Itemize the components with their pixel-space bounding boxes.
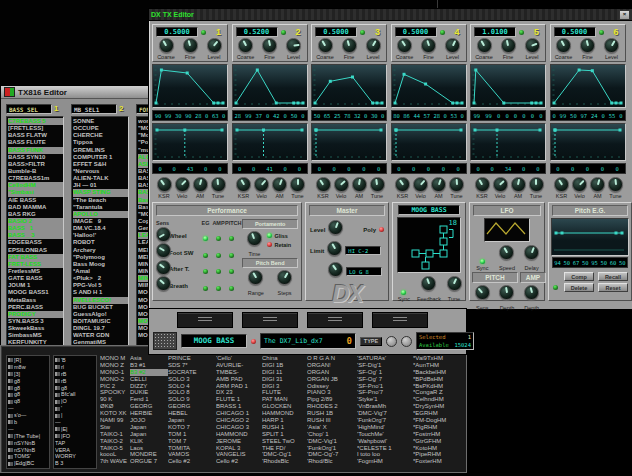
tune-knob[interactable] bbox=[211, 177, 226, 192]
bank-list-item[interactable]: TAP bbox=[55, 440, 95, 447]
coarse-knob[interactable] bbox=[238, 38, 253, 53]
patch-grid-item[interactable]: *GtrGFHM bbox=[413, 438, 471, 445]
patch-grid-item[interactable]: PAT MAN bbox=[262, 396, 307, 403]
title-bar[interactable]: DX TX Editor × bbox=[149, 9, 632, 21]
patch-grid-item[interactable]: ORGUE 7 bbox=[130, 458, 168, 465]
patch-list-item[interactable]: MOOG BASS1 bbox=[8, 289, 63, 296]
delete-button[interactable]: Delete bbox=[564, 283, 594, 292]
reset-button[interactable]: Reset bbox=[598, 283, 628, 292]
patch-list-item[interactable]: IMAGE 9 bbox=[73, 218, 128, 225]
patch-list-item[interactable]: BOITAMUSIC bbox=[73, 318, 128, 325]
patch-grid-item[interactable]: HAMMOND bbox=[262, 410, 307, 417]
level-knob[interactable] bbox=[525, 38, 540, 53]
patch-grid-item[interactable]: CHICAGO 3 bbox=[216, 424, 262, 431]
patch-grid-item[interactable]: RUSH III bbox=[307, 417, 357, 424]
patch-grid-item[interactable]: *CongaR Z bbox=[413, 389, 471, 396]
patch-grid-item[interactable]: DX 23 bbox=[216, 389, 262, 396]
eg-graph[interactable] bbox=[470, 64, 546, 108]
patch-grid-item[interactable]: 'Rhod/Blc bbox=[307, 458, 357, 465]
ksr-knob[interactable] bbox=[316, 177, 331, 192]
level-knob[interactable] bbox=[286, 38, 301, 53]
patch-list-item[interactable]: OCCUPE bbox=[73, 125, 128, 132]
patch-list-item[interactable]: FretlessMS bbox=[8, 268, 63, 275]
bank-list-item[interactable]: ' bbox=[55, 405, 95, 412]
patch-grid-item[interactable]: PRINCE bbox=[168, 355, 216, 362]
bank-list-item[interactable]: |FO bbox=[55, 433, 95, 440]
bank-list-item[interactable]: [3] bbox=[8, 371, 48, 378]
patch-grid-item[interactable]: *CELESTE 1 bbox=[357, 445, 413, 452]
delay-knob[interactable] bbox=[524, 245, 539, 260]
patch-grid-item[interactable]: MONO M bbox=[100, 355, 130, 362]
patch-grid-item[interactable]: RUSH 1B bbox=[307, 410, 357, 417]
bank-list-item[interactable]: rB bbox=[55, 371, 95, 378]
patch-grid-item[interactable]: DIZZY bbox=[130, 383, 168, 390]
patch-grid-item[interactable]: VAMOS bbox=[168, 451, 216, 458]
fine-knob[interactable] bbox=[183, 38, 198, 53]
bank-list-item[interactable]: — bbox=[8, 426, 48, 433]
patch-grid-item[interactable]: O R G A N bbox=[307, 355, 357, 362]
patch-grid-item[interactable]: Japan bbox=[130, 424, 168, 431]
velo-knob[interactable] bbox=[175, 177, 190, 192]
ksr-knob[interactable] bbox=[236, 177, 251, 192]
patch-grid-item[interactable]: 'SF-Og' 7 bbox=[357, 376, 413, 383]
patch-grid-item[interactable]: HAMMOND bbox=[216, 431, 262, 438]
patch-grid-item[interactable]: Laos bbox=[130, 445, 168, 452]
patch-list-item[interactable]: GuessAlgo! bbox=[73, 311, 128, 318]
patch-grid-item[interactable]: DUKIE bbox=[130, 389, 168, 396]
bank-list-b[interactable]: 'BrlrBrBg8Bfc'all|O'|—|E||FOTAPVERAWORRY… bbox=[53, 355, 97, 469]
patch-grid-item[interactable]: ORGAN! bbox=[307, 362, 357, 369]
patch-grid-item[interactable]: 'Chop' 1 bbox=[307, 431, 357, 438]
patch-grid-item[interactable]: 'Cello' bbox=[216, 355, 262, 362]
coarse-knob[interactable] bbox=[477, 38, 492, 53]
patch-list-item[interactable]: DM.VC.18.4 bbox=[73, 225, 128, 232]
patch-grid-item[interactable]: 'VnBrasMh bbox=[357, 403, 413, 410]
patch-grid-item[interactable]: CELLI bbox=[130, 376, 168, 383]
patch-list-item[interactable]: C7REBASS 5 bbox=[8, 118, 63, 125]
comp-button[interactable]: Comp bbox=[564, 272, 594, 281]
patch-list-item[interactable]: MetaBass bbox=[8, 297, 63, 304]
ksr-knob[interactable] bbox=[554, 177, 569, 192]
bank-list-item[interactable]: nSYNnB bbox=[8, 447, 48, 454]
patch-grid-item[interactable]: AMB PAD bbox=[216, 376, 262, 383]
eg-graph[interactable] bbox=[391, 64, 467, 108]
patch-list-item[interactable]: <Pluk> 2 bbox=[73, 275, 128, 282]
ksr-knob[interactable] bbox=[157, 177, 172, 192]
sens-knob[interactable] bbox=[156, 227, 171, 242]
patch-grid-item[interactable]: *FoxterHM bbox=[413, 458, 471, 465]
patch-grid-item[interactable]: FLUTE bbox=[262, 389, 307, 396]
patch-grid-item[interactable]: koooL bbox=[100, 451, 130, 458]
bank-list-item[interactable]: 'B bbox=[55, 357, 95, 364]
bank-list-a[interactable]: [R]m8w[3]g8g8g8q8—s'o—b—|The Tube|nSYNnB… bbox=[6, 355, 50, 469]
patch-list-item[interactable]: *Nervous bbox=[73, 168, 128, 175]
bank-list-item[interactable]: rB bbox=[55, 378, 95, 385]
patch-grid-item[interactable]: *Vai9TxHM bbox=[413, 355, 471, 362]
steps-knob[interactable] bbox=[277, 270, 292, 285]
limit-lo-knob[interactable] bbox=[328, 262, 343, 277]
eg-graph[interactable] bbox=[232, 64, 308, 108]
function-button[interactable] bbox=[372, 312, 428, 328]
patch-grid-item[interactable]: CHICAGO 2 bbox=[216, 417, 262, 424]
bank-list-item[interactable]: g8 bbox=[55, 385, 95, 392]
patch-grid-item[interactable]: 'SF-Pno'1 bbox=[357, 383, 413, 390]
drag-grip[interactable] bbox=[153, 332, 177, 350]
fine-knob[interactable] bbox=[262, 38, 277, 53]
patch-list-item[interactable]: [FRETLESS] bbox=[8, 125, 63, 132]
patch-list-item[interactable]: CHERCHE bbox=[73, 132, 128, 139]
patch-grid-item[interactable]: *BPdBsHM bbox=[413, 376, 471, 383]
patch-list-item[interactable]: BASS 1 bbox=[8, 225, 63, 232]
scaling-graph[interactable] bbox=[311, 123, 387, 161]
patch-list-item[interactable]: Tippoa bbox=[73, 139, 128, 146]
scaling-graph[interactable] bbox=[152, 123, 228, 161]
patch-list-item[interactable]: GATE BASS bbox=[8, 275, 63, 282]
patch-grid-item[interactable]: Pipg 2/89 bbox=[307, 396, 357, 403]
patch-grid-item[interactable]: HARP 1 bbox=[262, 417, 307, 424]
sens-knob[interactable] bbox=[156, 276, 171, 291]
patch-list-item[interactable]: EPSILONBAS bbox=[8, 247, 63, 254]
patch-grid-item[interactable]: 'SATURAs' bbox=[357, 355, 413, 362]
patch-grid-item[interactable]: SOCRATE bbox=[168, 369, 216, 376]
patch-grid-item[interactable]: KOTO XK bbox=[100, 410, 130, 417]
patch-grid-item[interactable]: RUSH 1 bbox=[262, 424, 307, 431]
patch-grid-item[interactable]: DIGI 3 bbox=[262, 383, 307, 390]
tune-knob[interactable] bbox=[447, 276, 462, 291]
prev-button[interactable] bbox=[386, 336, 397, 347]
